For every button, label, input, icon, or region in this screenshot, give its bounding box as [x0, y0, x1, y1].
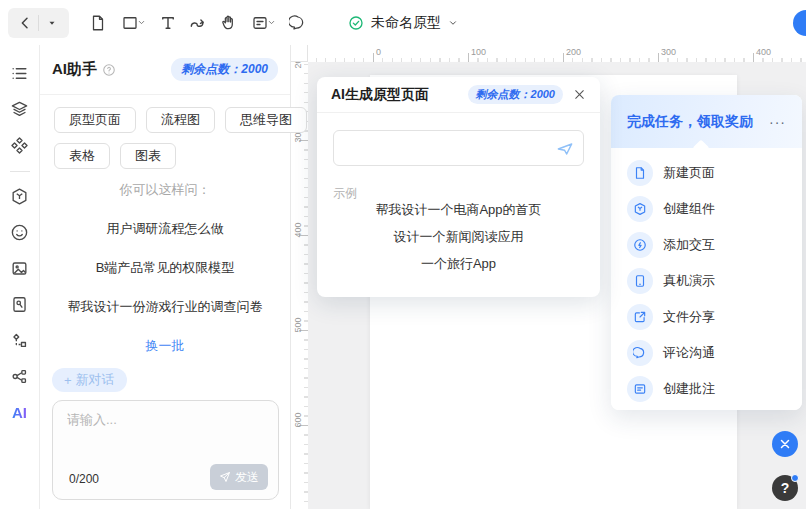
vector-path-icon — [10, 331, 29, 350]
top-toolbar: 未命名原型 — [0, 0, 806, 45]
task-item-comment[interactable]: 评论沟通 — [611, 335, 802, 371]
sidebar-item-images[interactable] — [6, 254, 34, 282]
modal-prompt-field — [333, 130, 584, 166]
annotation-icon — [627, 376, 653, 402]
ai-panel-title: AI助手 — [52, 60, 97, 79]
sidebar-item-components[interactable] — [6, 131, 34, 159]
image-icon — [10, 259, 29, 278]
connector-tool-button[interactable] — [183, 8, 213, 38]
back-dropdown-button[interactable] — [39, 8, 65, 38]
comment-bubble-icon — [627, 340, 653, 366]
new-chat-button[interactable]: + 新对话 — [52, 368, 127, 392]
task-item-device-preview[interactable]: 真机演示 — [611, 263, 802, 299]
help-button[interactable]: ? — [772, 475, 798, 501]
close-icon[interactable] — [573, 88, 586, 101]
suggestion-item[interactable]: 帮我设计一份游戏行业的调查问卷 — [40, 298, 290, 316]
category-button-chart[interactable]: 图表 — [120, 143, 176, 169]
sidebar-item-emoji[interactable] — [6, 218, 34, 246]
user-avatar[interactable] — [793, 10, 806, 36]
notification-dot — [791, 474, 799, 482]
interaction-flash-icon — [627, 232, 653, 258]
category-button-table[interactable]: 表格 — [54, 143, 110, 169]
example-item[interactable]: 设计一个新闻阅读应用 — [317, 228, 600, 246]
sidebar-item-ai[interactable]: AI — [6, 398, 34, 426]
components-icon — [10, 136, 29, 155]
suggestion-item[interactable]: 用户调研流程怎么做 — [40, 220, 290, 238]
task-item-create-component[interactable]: 创建组件 — [611, 191, 802, 227]
char-counter: 0/200 — [69, 472, 99, 486]
speech-bubble-icon — [289, 14, 307, 32]
task-item-add-interaction[interactable]: 添加交互 — [611, 227, 802, 263]
close-x-icon — [779, 438, 791, 450]
ruler-corner — [291, 45, 308, 62]
ruler-label: 400 — [293, 215, 303, 245]
hand-tool-button[interactable] — [213, 8, 243, 38]
paper-plane-icon — [219, 471, 231, 483]
chevron-down-icon — [137, 18, 146, 27]
suggestion-item[interactable]: B端产品常见的权限模型 — [40, 259, 290, 277]
note-tool-button[interactable] — [243, 8, 283, 38]
comment-tool-button[interactable] — [283, 8, 313, 38]
ruler-label: 200 — [293, 62, 303, 76]
connector-icon — [188, 13, 208, 33]
send-label: 发送 — [235, 469, 259, 486]
refresh-suggestions-link[interactable]: 换一批 — [40, 337, 290, 355]
sidebar-item-layers[interactable] — [6, 95, 34, 123]
share-nodes-icon — [10, 367, 29, 386]
chat-input-card: 0/200 发送 — [52, 400, 279, 500]
component-box-icon — [627, 196, 653, 222]
send-button[interactable]: 发送 — [210, 464, 268, 490]
example-item[interactable]: 帮我设计一个电商App的首页 — [317, 201, 600, 219]
category-button-mindmap[interactable]: 思维导图 — [225, 107, 307, 133]
saved-check-icon — [348, 15, 364, 31]
hand-icon — [219, 13, 238, 32]
new-chat-label: 新对话 — [76, 371, 115, 389]
ruler-label: 300 — [661, 47, 676, 57]
horizontal-ruler: 0 100 200 300 400 — [308, 45, 806, 62]
task-panel-title: 完成任务，领取奖励 — [627, 113, 753, 131]
examples-label: 示例 — [333, 185, 357, 202]
category-button-prototype[interactable]: 原型页面 — [54, 107, 136, 133]
task-item-share-file[interactable]: 文件分享 — [611, 299, 802, 335]
credits-badge: 剩余点数：2000 — [171, 58, 278, 81]
file-pen-icon — [10, 295, 29, 314]
ai-icon: AI — [12, 404, 27, 421]
task-item-new-page[interactable]: 新建页面 — [611, 155, 802, 191]
sidebar-item-pages[interactable] — [6, 59, 34, 87]
page-icon — [89, 14, 107, 32]
ruler-label: 400 — [756, 47, 771, 57]
asset-box-icon — [10, 187, 29, 206]
sidebar-item-assets[interactable] — [6, 182, 34, 210]
page-tool-button[interactable] — [83, 8, 113, 38]
layers-icon — [10, 100, 29, 119]
sidebar-divider — [10, 171, 30, 172]
caret-down-icon — [47, 18, 57, 28]
text-tool-button[interactable] — [153, 8, 183, 38]
modal-credits-badge: 剩余点数：2000 — [468, 85, 563, 104]
modal-title: AI生成原型页面 — [331, 86, 429, 104]
phone-icon — [627, 268, 653, 294]
ruler-label: 0 — [376, 47, 381, 57]
title-chevron-down-icon[interactable] — [448, 18, 458, 28]
sidebar-item-templates[interactable] — [6, 290, 34, 318]
chevron-down-icon — [267, 18, 276, 27]
sidebar-item-flow[interactable] — [6, 362, 34, 390]
sidebar-item-vector[interactable] — [6, 326, 34, 354]
new-page-icon — [627, 160, 653, 186]
shape-tool-button[interactable] — [113, 8, 153, 38]
example-item[interactable]: 一个旅行App — [317, 255, 600, 273]
modal-send-icon[interactable] — [555, 139, 575, 159]
back-button-group — [8, 8, 69, 38]
dismiss-task-panel-button[interactable] — [772, 431, 798, 457]
ruler-label: 500 — [293, 310, 303, 340]
task-rewards-panel: 完成任务，领取奖励 ··· 新建页面 创建组件 添加交互 真机演示 文件分享 评… — [611, 95, 802, 410]
chat-input[interactable] — [67, 411, 265, 451]
back-button[interactable] — [12, 8, 38, 38]
modal-prompt-input[interactable] — [344, 131, 549, 165]
category-button-flowchart[interactable]: 流程图 — [146, 107, 215, 133]
help-circle-icon[interactable] — [102, 63, 116, 77]
ruler-label: 600 — [293, 405, 303, 435]
more-options-icon[interactable]: ··· — [769, 114, 786, 130]
document-title[interactable]: 未命名原型 — [371, 14, 441, 32]
task-item-create-annotation[interactable]: 创建批注 — [611, 371, 802, 407]
